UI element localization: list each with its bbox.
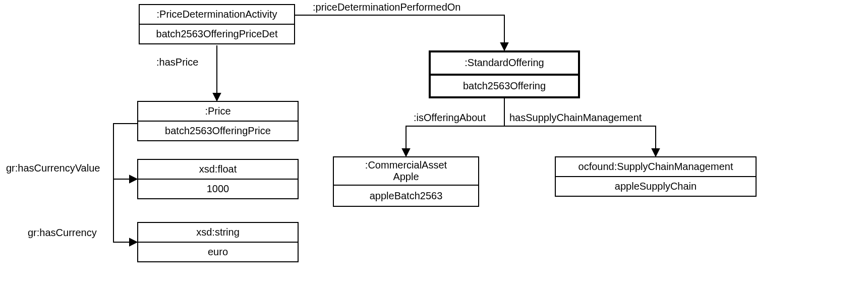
instance-label: batch2563OfferingPriceDet (140, 24, 294, 43)
node-supplyChainManagement: ocfound:SupplyChainManagement appleSuppl… (555, 156, 757, 197)
edge-hasSupplyChain (504, 98, 656, 156)
type-label: :CommercialAsset Apple (334, 157, 478, 185)
instance-label: appleSupplyChain (556, 176, 756, 196)
label-hasCurrency: gr:hasCurrency (28, 227, 97, 239)
node-currency: xsd:string euro (137, 222, 299, 262)
instance-label: batch2563Offering (431, 74, 578, 97)
edge-priceDeterminationPerformedOn (295, 15, 504, 50)
node-standardOffering: :StandardOffering batch2563Offering (429, 50, 580, 98)
label-priceDetPerformedOn: :priceDeterminationPerformedOn (313, 2, 460, 13)
type-label: xsd:float (138, 160, 298, 179)
instance-label: batch2563OfferingPrice (138, 121, 298, 140)
node-currencyValue: xsd:float 1000 (137, 159, 299, 199)
node-commercialAsset: :CommercialAsset Apple appleBatch2563 (333, 156, 479, 207)
edge-hasCurrency (113, 179, 137, 242)
value-label: euro (138, 242, 298, 261)
type-label: :PriceDeterminationActivity (140, 5, 294, 24)
diagram-canvas: :hasPrice :priceDeterminationPerformedOn… (0, 0, 868, 283)
node-priceDeterminationActivity: :PriceDeterminationActivity batch2563Off… (139, 4, 295, 44)
edges-layer (0, 0, 868, 283)
edge-hasCurrencyValue (113, 124, 137, 179)
node-price: :Price batch2563OfferingPrice (137, 101, 299, 141)
type-label: ocfound:SupplyChainManagement (556, 157, 756, 176)
type-label: xsd:string (138, 223, 298, 242)
label-hasSupplyChain: hasSupplyChainManagement (509, 112, 642, 124)
type-label: :StandardOffering (431, 52, 578, 74)
label-hasPrice: :hasPrice (156, 56, 198, 68)
type-label: :Price (138, 102, 298, 121)
label-isOfferingAbout: :isOfferingAbout (414, 112, 486, 124)
edge-isOfferingAbout (406, 98, 504, 156)
label-hasCurrencyValue: gr:hasCurrencyValue (6, 162, 100, 174)
instance-label: appleBatch2563 (334, 185, 478, 206)
value-label: 1000 (138, 179, 298, 198)
